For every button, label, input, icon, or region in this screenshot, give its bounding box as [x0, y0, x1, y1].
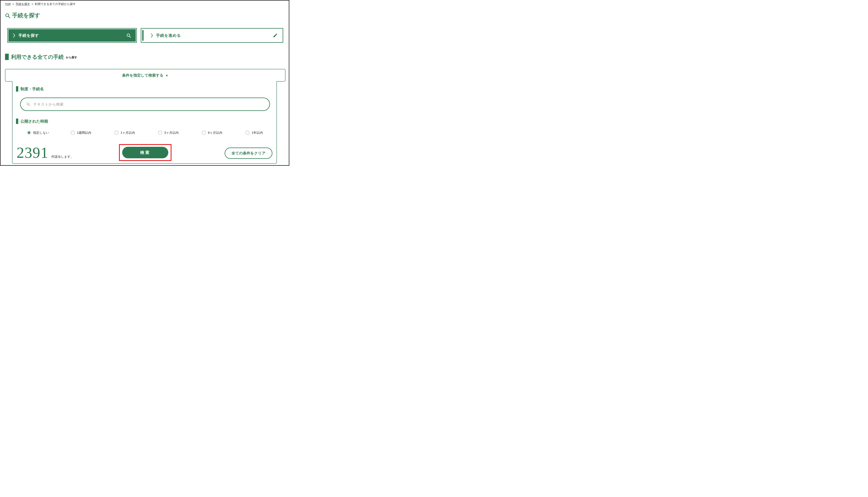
tab-accent-bar — [142, 30, 143, 41]
section-suffix: から探す — [66, 56, 77, 60]
radio-label: 指定しない — [33, 131, 49, 135]
name-field-label-text: 制度・手続名 — [20, 86, 44, 91]
filter-toggle-button[interactable]: 条件を指定して検索する ▲ — [5, 69, 286, 82]
page: TOP>手続を探す>利用できる全ての手続から探す 手続を探す 手続を探す — [0, 0, 289, 166]
tab-label: 手続を進める — [156, 33, 181, 38]
field-marker — [16, 118, 18, 124]
search-button-highlight: 検索 — [119, 144, 171, 161]
tab-bar: 手続を探す 手続を進める — [7, 28, 283, 43]
breadcrumb-separator: > — [32, 2, 33, 5]
radio-icon — [114, 131, 119, 135]
tab-label: 手続を探す — [18, 33, 39, 38]
section-title: 利用できる全ての手続 — [11, 54, 64, 60]
collapse-arrow-icon: ▲ — [165, 73, 168, 77]
radio-option-3-months[interactable]: 3ヶ月以内 — [158, 131, 202, 135]
period-field-label-text: 公開された時期 — [20, 119, 48, 124]
radio-option-no-limit[interactable]: 指定しない — [27, 131, 71, 135]
breadcrumb-separator: > — [12, 2, 14, 5]
chevron-right-icon — [151, 33, 153, 38]
tab-proceed-procedure[interactable]: 手続を進める — [141, 28, 284, 43]
search-input[interactable] — [33, 102, 265, 106]
page-title: 手続を探す — [5, 12, 40, 19]
filter-toggle-label: 条件を指定して検索する — [122, 73, 163, 78]
text-search-field[interactable] — [20, 98, 270, 111]
breadcrumb: TOP>手続を探す>利用できる全ての手続から探す — [5, 2, 76, 6]
result-count: 2391 件該当します。 — [16, 145, 74, 160]
radio-label: 1ヶ月以内 — [121, 131, 135, 135]
result-count-suffix: 件該当します。 — [51, 155, 74, 159]
search-button[interactable]: 検索 — [122, 147, 168, 158]
radio-label: 3ヶ月以内 — [164, 131, 179, 135]
breadcrumb-current: 利用できる全ての手続から探す — [35, 2, 76, 5]
clear-conditions-button[interactable]: 全ての条件をクリア — [225, 147, 272, 159]
radio-option-6-months[interactable]: 6ヶ月以内 — [202, 131, 246, 135]
radio-icon — [27, 131, 31, 135]
radio-label: 1年以内 — [251, 131, 263, 135]
section-marker — [5, 54, 9, 60]
radio-label: 1週間以内 — [77, 131, 91, 135]
radio-icon — [246, 131, 250, 135]
radio-icon — [71, 131, 75, 135]
radio-label: 6ヶ月以内 — [208, 131, 222, 135]
breadcrumb-link-find-procedure[interactable]: 手続を探す — [16, 2, 30, 5]
name-field-label: 制度・手続名 — [16, 86, 44, 91]
field-marker — [16, 86, 18, 91]
radio-option-1-year[interactable]: 1年以内 — [246, 131, 289, 135]
period-field-label: 公開された時期 — [16, 118, 48, 124]
breadcrumb-link-top[interactable]: TOP — [5, 2, 11, 5]
search-icon — [26, 102, 30, 106]
page-title-text: 手続を探す — [12, 12, 40, 19]
period-radio-group: 指定しない 1週間以内 1ヶ月以内 3ヶ月以内 6ヶ月以内 1年以内 — [27, 128, 274, 137]
result-count-number: 2391 — [16, 145, 49, 160]
filter-panel: 制度・手続名 公開された時期 指定しない 1週間以内 1ヶ月以内 — [12, 81, 277, 164]
tab-find-procedure[interactable]: 手続を探す — [7, 28, 137, 43]
radio-icon — [158, 131, 162, 135]
section-heading: 利用できる全ての手続 から探す — [5, 54, 77, 60]
chevron-right-icon — [13, 33, 15, 38]
search-icon — [126, 33, 131, 38]
radio-icon — [202, 131, 206, 135]
radio-option-1-week[interactable]: 1週間以内 — [71, 131, 114, 135]
pencil-icon — [273, 33, 278, 38]
radio-option-1-month[interactable]: 1ヶ月以内 — [114, 131, 158, 135]
search-icon — [5, 13, 11, 18]
